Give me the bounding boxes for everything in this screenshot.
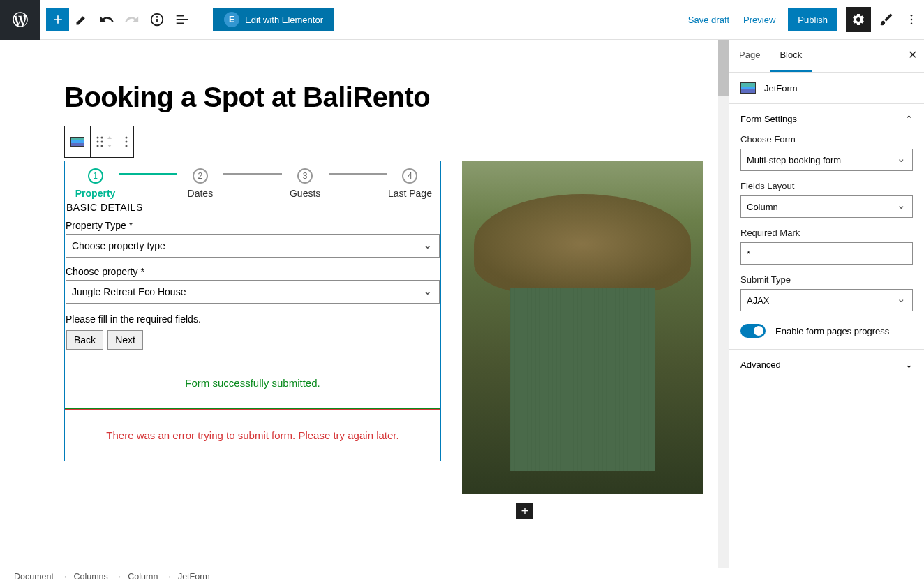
panel-advanced[interactable]: Advanced ⌄ [729, 350, 924, 380]
tab-block[interactable]: Block [770, 40, 812, 72]
submit-type-label: Submit Type [740, 274, 913, 285]
step-guests: 3 Guests [276, 168, 334, 199]
svg-point-4 [911, 19, 913, 21]
svg-point-2 [157, 17, 158, 17]
required-mark-label: Required Mark [740, 228, 913, 238]
chevron-down-icon: ⌄ [905, 360, 913, 370]
svg-point-14 [126, 145, 128, 147]
choose-form-select[interactable]: Multi-step booking form [740, 149, 913, 171]
sidebar-block-name: JetForm [764, 83, 798, 94]
svg-point-5 [911, 23, 913, 25]
svg-point-13 [126, 141, 128, 143]
fields-layout-select[interactable]: Column [740, 195, 913, 218]
next-button[interactable]: Next [107, 330, 143, 350]
step-last-page: 4 Last Page [381, 168, 439, 199]
info-icon[interactable] [144, 7, 170, 32]
svg-point-8 [97, 141, 99, 143]
svg-point-9 [101, 141, 103, 143]
breadcrumb-item[interactable]: Columns [73, 572, 107, 582]
jetform-block[interactable]: 1 Property 2 Dates 3 Guests [64, 161, 441, 461]
enable-progress-toggle[interactable] [740, 324, 766, 338]
add-block-button[interactable] [46, 8, 69, 31]
top-toolbar: E Edit with Elementor Save draft Preview… [0, 0, 924, 40]
svg-point-12 [126, 137, 128, 139]
svg-point-10 [97, 145, 99, 147]
breadcrumb: Document→ Columns→ Column→ JetForm [0, 568, 924, 585]
preview-link[interactable]: Preview [736, 15, 782, 25]
required-warning: Please fill in the required fields. [65, 311, 440, 327]
svg-point-7 [101, 137, 103, 139]
fields-layout-label: Fields Layout [740, 181, 913, 191]
outline-icon[interactable] [170, 7, 195, 32]
property-type-select[interactable]: Choose property type [66, 234, 440, 258]
styles-icon[interactable] [874, 7, 899, 32]
editor-scrollbar[interactable] [718, 40, 729, 568]
svg-point-3 [911, 15, 913, 17]
choose-property-label: Choose property * [65, 265, 440, 280]
publish-button[interactable]: Publish [788, 8, 837, 31]
edit-mode-icon[interactable] [69, 7, 94, 32]
panel-form-settings[interactable]: Form Settings ⌃ [729, 104, 924, 134]
chevron-up-icon: ⌃ [905, 114, 913, 124]
edit-with-elementor-button[interactable]: E Edit with Elementor [213, 8, 334, 31]
submit-type-select[interactable]: AJAX [740, 289, 913, 311]
form-progress-steps: 1 Property 2 Dates 3 Guests [65, 161, 440, 199]
undo-icon[interactable] [94, 7, 119, 32]
section-basic-details: BASIC DETAILS [65, 199, 440, 219]
editor-canvas[interactable]: Booking a Spot at BaliRento 1 [0, 40, 729, 568]
add-block-inline-button[interactable]: + [516, 503, 533, 519]
jetform-icon [740, 82, 756, 94]
required-mark-input[interactable] [740, 242, 913, 265]
block-more-icon[interactable] [119, 126, 133, 157]
redo-icon [119, 7, 144, 32]
settings-button[interactable] [846, 7, 871, 32]
block-toolbar [64, 126, 134, 158]
success-message: Form successfully submitted. [65, 357, 440, 409]
breadcrumb-item[interactable]: Column [128, 572, 158, 582]
back-button[interactable]: Back [66, 330, 103, 350]
property-type-label: Property Type * [65, 219, 440, 234]
svg-point-6 [97, 137, 99, 139]
more-options-icon[interactable] [899, 7, 924, 32]
wordpress-logo[interactable] [0, 0, 40, 40]
error-message: There was an error trying to submit form… [65, 409, 440, 461]
property-image[interactable] [462, 161, 703, 494]
settings-sidebar: Page Block ✕ JetForm Form Settings ⌃ Cho… [729, 40, 924, 568]
breadcrumb-item[interactable]: JetForm [178, 572, 210, 582]
page-title[interactable]: Booking a Spot at BaliRento [64, 82, 664, 113]
elementor-icon: E [224, 12, 239, 27]
svg-point-11 [101, 145, 103, 147]
step-dates: 2 Dates [171, 168, 229, 199]
block-type-icon[interactable] [65, 126, 91, 157]
drag-handle-icon[interactable] [91, 126, 119, 157]
sidebar-block-header: JetForm [729, 73, 924, 104]
choose-property-select[interactable]: Jungle Retreat Eco House [66, 280, 440, 304]
tab-page[interactable]: Page [729, 40, 770, 72]
save-draft-link[interactable]: Save draft [681, 15, 736, 25]
choose-form-label: Choose Form [740, 134, 913, 145]
breadcrumb-item[interactable]: Document [14, 572, 54, 582]
close-sidebar-icon[interactable]: ✕ [908, 48, 917, 61]
step-property: 1 Property [66, 168, 124, 199]
enable-progress-label: Enable form pages progress [775, 326, 889, 336]
